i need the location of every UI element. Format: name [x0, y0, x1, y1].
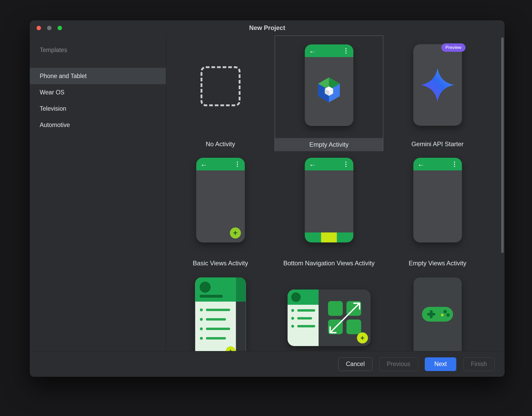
- fab-add-icon: +: [230, 227, 241, 239]
- template-card-empty-activity[interactable]: ← ⋮ Empt: [275, 35, 383, 151]
- template-label: Bottom Navigation Views Activity: [275, 260, 383, 267]
- drawer-header-line: [200, 295, 223, 298]
- sidebar-list: Phone and Tablet Wear OS Television Auto…: [30, 68, 166, 133]
- bottom-nav-bar: [305, 232, 353, 242]
- panel-list-item: [291, 309, 315, 312]
- phone-appbar: ← ⋮: [413, 158, 462, 170]
- jetpack-compose-icon: [313, 74, 345, 106]
- zoom-window-button[interactable]: [58, 26, 62, 30]
- minimize-window-button[interactable]: [47, 26, 52, 30]
- list-bullet-icon: [291, 309, 294, 312]
- templates-row-1: No Activity ← ⋮: [166, 35, 492, 151]
- back-arrow-icon: ←: [309, 161, 316, 168]
- game-phone-preview: [413, 277, 462, 351]
- sidebar-item-label: Phone and Tablet: [40, 73, 87, 80]
- close-window-button[interactable]: [37, 26, 41, 30]
- list-line: [297, 317, 312, 319]
- traffic-lights: [37, 20, 62, 35]
- back-arrow-icon: ←: [200, 161, 207, 168]
- list-bullet-icon: [200, 327, 203, 330]
- template-label: No Activity: [166, 140, 275, 148]
- preview-badge: Preview: [441, 43, 465, 52]
- list-line: [206, 337, 226, 339]
- templates-row-3: +: [166, 272, 492, 351]
- fab-add-icon: +: [226, 346, 236, 351]
- sidebar-item-phone-and-tablet[interactable]: Phone and Tablet: [30, 68, 166, 84]
- template-card-responsive-views[interactable]: +: [275, 272, 383, 351]
- navigation-drawer-preview-icon: +: [195, 277, 246, 351]
- list-bullet-icon: [200, 318, 203, 321]
- avatar: [200, 282, 211, 293]
- no-activity-placeholder-icon: [201, 66, 241, 106]
- avatar: [291, 292, 301, 302]
- sidebar-item-label: Television: [40, 105, 66, 112]
- gemini-star-icon: [421, 68, 455, 102]
- list-line: [297, 325, 315, 327]
- back-arrow-icon: ←: [309, 47, 316, 54]
- basic-views-phone-preview: ← ⋮ +: [196, 158, 245, 242]
- overflow-menu-icon: ⋮: [234, 161, 241, 167]
- window-title: New Project: [249, 24, 285, 32]
- next-button[interactable]: Next: [425, 357, 456, 371]
- template-card-game-activity[interactable]: [383, 272, 492, 351]
- template-label: Empty Activity: [309, 141, 349, 148]
- plus-icon: +: [229, 348, 232, 351]
- drawer-list-item: [200, 337, 226, 340]
- phone-appbar: ← ⋮: [305, 158, 353, 170]
- plus-icon: +: [233, 229, 237, 237]
- drawer-list-item: [200, 318, 226, 321]
- drawer-list-item: [200, 327, 230, 330]
- template-card-no-activity[interactable]: No Activity: [166, 35, 275, 151]
- sidebar-item-label: Wear OS: [40, 89, 64, 96]
- template-label: Empty Views Activity: [383, 260, 492, 267]
- template-card-bottom-navigation-views-activity[interactable]: ← ⋮ Bottom Navigation Views Activity: [275, 151, 383, 272]
- vertical-scrollbar[interactable]: [501, 37, 504, 253]
- fab-add-icon: +: [357, 332, 368, 343]
- drawer-underlying-appbar: [236, 277, 246, 302]
- empty-views-phone-preview: ← ⋮: [413, 158, 462, 242]
- list-bullet-icon: [291, 317, 294, 320]
- list-bullet-icon: [291, 325, 294, 328]
- back-arrow-icon: ←: [417, 161, 424, 168]
- resize-diagonal-arrow-icon: [327, 300, 363, 336]
- templates-sidebar: Templates Phone and Tablet Wear OS Telev…: [30, 35, 166, 351]
- bottom-nav-selected-segment: [321, 232, 337, 242]
- sidebar-item-television[interactable]: Television: [30, 100, 166, 117]
- drawer-underlying-screen: [236, 277, 246, 351]
- template-label: Basic Views Activity: [166, 260, 275, 267]
- phone-appbar: ← ⋮: [196, 158, 245, 170]
- gemini-phone-preview: [413, 44, 462, 126]
- plus-icon: +: [360, 334, 364, 342]
- list-line: [206, 318, 226, 321]
- overflow-menu-icon: ⋮: [451, 161, 458, 167]
- template-label: Gemini API Starter: [383, 140, 492, 148]
- empty-activity-phone-preview: ← ⋮: [305, 44, 353, 126]
- template-card-navigation-drawer[interactable]: +: [166, 272, 275, 351]
- panel-list-item: [291, 325, 315, 328]
- list-line: [206, 328, 230, 330]
- template-card-empty-views-activity[interactable]: ← ⋮ Empty Views Activity: [383, 151, 492, 272]
- phone-appbar: ← ⋮: [305, 44, 353, 57]
- cancel-button[interactable]: Cancel: [338, 357, 372, 371]
- drawer-list-item: [200, 308, 230, 311]
- template-card-basic-views-activity[interactable]: ← ⋮ + Basic Views Activity: [166, 151, 275, 272]
- overflow-menu-icon: ⋮: [343, 161, 349, 167]
- list-bullet-icon: [200, 337, 203, 340]
- sidebar-item-wear-os[interactable]: Wear OS: [30, 84, 166, 100]
- sidebar-item-label: Automotive: [40, 121, 70, 129]
- templates-row-2: ← ⋮ + Basic Views Activity ← ⋮: [166, 151, 492, 272]
- sidebar-item-automotive[interactable]: Automotive: [30, 117, 166, 133]
- dialog-footer: Cancel Previous Next Finish: [30, 351, 505, 377]
- panel-list-item: [291, 317, 312, 320]
- game-controller-icon: [422, 305, 454, 324]
- list-line: [206, 309, 230, 311]
- window-titlebar[interactable]: New Project: [30, 20, 505, 35]
- list-line: [297, 309, 315, 312]
- responsive-grid-preview-icon: +: [288, 290, 371, 346]
- template-card-gemini-api-starter[interactable]: Preview: [383, 35, 492, 151]
- finish-button[interactable]: Finish: [463, 357, 495, 371]
- selected-template-label-bar: Empty Activity: [275, 138, 383, 151]
- overflow-menu-icon: ⋮: [343, 48, 349, 54]
- new-project-dialog: New Project Templates Phone and Tablet W…: [30, 20, 505, 377]
- previous-button[interactable]: Previous: [379, 357, 418, 371]
